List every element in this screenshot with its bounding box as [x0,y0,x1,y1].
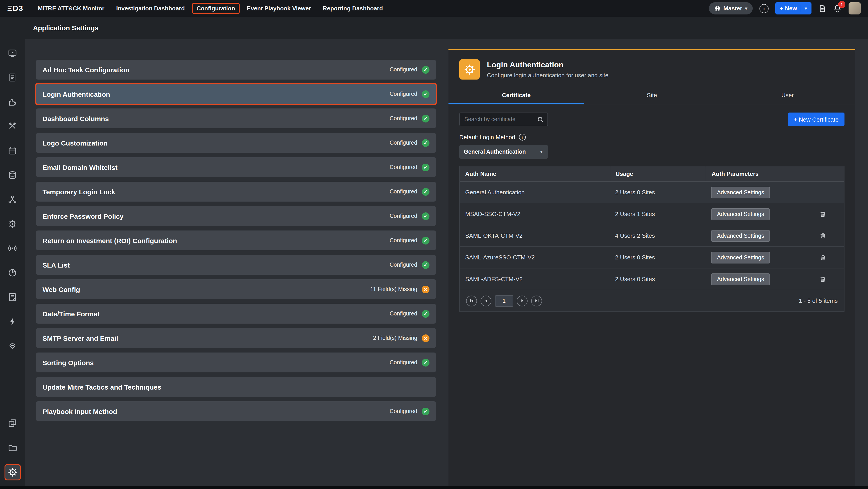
app-root: ΞD3 MITRE ATT&CK Monitor Investigation D… [0,0,868,489]
nav-investigation-dashboard[interactable]: Investigation Dashboard [112,3,189,14]
search-icon[interactable] [537,116,544,123]
primary-nav: MITRE ATT&CK Monitor Investigation Dashb… [33,3,388,14]
info-icon[interactable]: i [760,4,769,13]
settings-card-email-domain-whitelist[interactable]: Email Domain Whitelist Configured ✓ [36,157,436,177]
database-icon[interactable] [5,167,20,183]
report-icon[interactable] [5,70,20,85]
nav-configuration[interactable]: Configuration [192,3,239,14]
settings-card-title: Enforce Password Policy [42,212,123,220]
tab-user[interactable]: User [720,88,855,104]
next-page-button[interactable] [517,295,528,306]
nav-mitre-attack-monitor[interactable]: MITRE ATT&CK Monitor [33,3,109,14]
configured-check-icon: ✓ [422,188,430,195]
default-login-method-row: Default Login Method i [459,134,844,140]
settings-card-update-mitre-tactics[interactable]: Update Mitre Tactics and Techniques [36,377,436,397]
settings-card-web-config[interactable]: Web Config 11 Field(s) Missing × [36,279,436,299]
folder-icon[interactable] [5,440,20,455]
info-icon[interactable]: i [519,134,526,140]
settings-card-title: Playbook Input Method [42,408,117,415]
notifications-bell[interactable]: 1 [833,4,842,13]
fingerprint-icon[interactable] [5,338,20,353]
settings-card-sla-list[interactable]: SLA List Configured ✓ [36,255,436,275]
auth-table-row[interactable]: SAML-AzureSSO-CTM-V2 2 Users 0 Sites Adv… [460,247,844,268]
settings-card-status: Configured [390,262,417,268]
current-page-indicator[interactable]: 1 [495,295,513,307]
page-header: Application Settings [0,17,868,39]
settings-gear-icon[interactable] [4,464,21,481]
configured-check-icon: ✓ [422,237,430,244]
settings-card-temporary-login-lock[interactable]: Temporary Login Lock Configured ✓ [36,182,436,202]
settings-card-title: SMTP Server and Email [42,334,118,342]
settings-card-date-time-format[interactable]: Date/Time Format Configured ✓ [36,304,436,324]
advanced-settings-button[interactable]: Advanced Settings [711,273,770,285]
auth-table-row[interactable]: General Authentication 2 Users 0 Sites A… [460,182,844,203]
last-page-button[interactable] [531,295,542,306]
auth-table-row[interactable]: SAML-OKTA-CTM-V2 4 Users 2 Sites Advance… [460,225,844,247]
certificate-search[interactable] [459,112,548,126]
nav-reporting-dashboard[interactable]: Reporting Dashboard [318,3,388,14]
settings-card-playbook-input-method[interactable]: Playbook Input Method Configured ✓ [36,401,436,421]
configured-check-icon: ✓ [422,408,430,415]
default-login-method-label: Default Login Method [459,134,515,140]
user-avatar[interactable] [848,2,861,14]
trash-icon[interactable] [819,210,827,218]
top-navigation-bar: ΞD3 MITRE ATT&CK Monitor Investigation D… [0,0,868,17]
calendar-icon[interactable] [5,143,20,158]
settings-card-status: Configured [390,237,417,243]
configured-check-icon: ✓ [422,261,430,269]
trash-icon[interactable] [819,232,827,239]
settings-card-dashboard-columns[interactable]: Dashboard Columns Configured ✓ [36,108,436,128]
main-area: Ad Hoc Task Configuration Configured ✓ L… [0,39,868,486]
new-button[interactable]: + New ▾ [775,2,811,14]
settings-card-status: Configured [390,140,417,146]
broadcast-icon[interactable] [5,240,20,256]
form-edit-icon[interactable] [5,289,20,304]
settings-card-roi-configuration[interactable]: Return on Investment (ROI) Configuration… [36,230,436,250]
puzzle-icon[interactable] [5,94,20,109]
advanced-settings-button[interactable]: Advanced Settings [711,208,770,220]
settings-card-ad-hoc-task[interactable]: Ad Hoc Task Configuration Configured ✓ [36,60,436,79]
advanced-settings-button[interactable]: Advanced Settings [711,187,770,198]
advanced-settings-button[interactable]: Advanced Settings [711,230,770,241]
configured-check-icon: ✓ [422,359,430,366]
settings-card-status: 11 Field(s) Missing [370,286,417,292]
settings-card-status: Configured [390,359,417,366]
environment-selector[interactable]: Master ▾ [709,2,753,14]
tab-site[interactable]: Site [584,88,720,104]
settings-card-enforce-password-policy[interactable]: Enforce Password Policy Configured ✓ [36,206,436,226]
first-page-button[interactable] [466,295,477,306]
monitor-play-icon[interactable] [5,45,20,61]
settings-card-title: Date/Time Format [42,310,100,318]
trash-icon[interactable] [819,254,827,261]
tools-icon[interactable] [5,119,20,134]
settings-card-logo-customization[interactable]: Logo Customization Configured ✓ [36,133,436,153]
copy-windows-icon[interactable] [5,415,20,431]
default-login-method-select[interactable]: General Authentication ▼ [459,145,548,159]
document-icon[interactable] [818,4,827,12]
environment-label: Master [723,5,742,12]
page-title: Application Settings [33,24,98,32]
automation-gear-icon[interactable] [5,216,20,231]
previous-page-button[interactable] [480,295,491,306]
panel-title: Login Authentication [487,60,609,69]
nav-event-playbook-viewer[interactable]: Event Playbook Viewer [242,3,315,14]
new-certificate-button[interactable]: + New Certificate [788,112,844,126]
certificate-toolbar: + New Certificate [459,112,844,126]
search-input[interactable] [463,116,537,123]
pie-chart-icon[interactable] [5,265,20,280]
tab-certificate[interactable]: Certificate [448,88,584,104]
lightning-icon[interactable] [5,314,20,329]
settings-card-status: Configured [390,189,417,195]
settings-card-smtp-server-email[interactable]: SMTP Server and Email 2 Field(s) Missing… [36,328,436,348]
advanced-settings-button[interactable]: Advanced Settings [711,252,770,263]
topology-icon[interactable] [5,192,20,207]
auth-table-row[interactable]: MSAD-SSO-CTM-V2 2 Users 1 Sites Advanced… [460,203,844,225]
settings-card-login-authentication[interactable]: Login Authentication Configured ✓ [36,84,436,104]
trash-icon[interactable] [819,275,827,283]
usage-cell: 2 Users 0 Sites [610,276,706,283]
auth-table: Auth Name Usage Auth Parameters General … [459,166,844,312]
auth-table-header: Auth Name Usage Auth Parameters [460,166,844,182]
auth-table-row[interactable]: SAML-ADFS-CTM-V2 2 Users 0 Sites Advance… [460,268,844,290]
settings-card-sorting-options[interactable]: Sorting Options Configured ✓ [36,353,436,372]
settings-card-title: Update Mitre Tactics and Techniques [42,383,161,391]
